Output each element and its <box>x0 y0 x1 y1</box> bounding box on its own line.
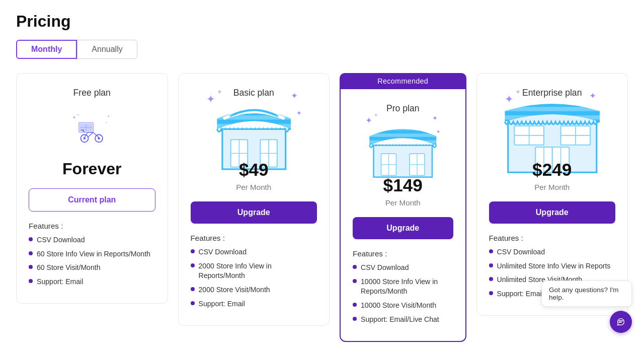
svg-text:✦: ✦ <box>505 93 514 105</box>
plan-basic-features: CSV Download 2000 Store Info View in Rep… <box>191 247 317 309</box>
plan-free-price: Forever <box>29 160 155 178</box>
list-item: CSV Download <box>353 263 453 273</box>
plan-enterprise-illustration: ✦ ✦ ✦ ✦ <box>489 106 616 152</box>
plan-basic-features-label: Features : <box>191 234 317 242</box>
svg-text:✦: ✦ <box>206 93 215 105</box>
feature-dot <box>353 279 357 283</box>
feature-dot <box>489 291 493 295</box>
svg-text:✦: ✦ <box>217 89 222 96</box>
list-item: 60 Store Visit/Month <box>29 263 155 273</box>
feature-dot <box>489 249 493 253</box>
feature-dot <box>191 249 195 253</box>
list-item: CSV Download <box>489 247 616 257</box>
svg-text:✦: ✦ <box>432 114 438 122</box>
feature-dot <box>29 251 33 255</box>
list-item: CSV Download <box>29 235 155 245</box>
svg-text:✦: ✦ <box>436 129 440 134</box>
feature-dot <box>353 317 357 321</box>
list-item: Unlimited Store Info View in Reports <box>489 261 616 271</box>
list-item: 60 Store Info View in Reports/Month <box>29 249 155 259</box>
chat-widget: Got any questions? I'm help. <box>541 281 632 333</box>
plan-free-illustration: ✦ ✦ ✦ ✦ <box>29 106 155 152</box>
svg-text:✦: ✦ <box>589 91 596 100</box>
feature-dot <box>29 237 33 241</box>
svg-text:✦: ✦ <box>296 110 301 117</box>
plan-pro-period: Per Month <box>353 198 453 207</box>
plan-free-button[interactable]: Current plan <box>29 188 155 212</box>
feature-dot <box>29 265 33 269</box>
svg-point-13 <box>84 137 86 140</box>
list-item: Support: Email <box>191 299 317 309</box>
list-item: 10000 Store Info View in Reports/Month <box>353 277 453 297</box>
list-item: 2000 Store Info View in Reports/Month <box>191 261 317 281</box>
list-item: Support: Email <box>29 277 155 287</box>
feature-dot <box>29 279 33 283</box>
plan-enterprise-features-label: Features : <box>489 234 616 242</box>
plan-pro-wrapper: Recommended Pro plan ✦ ✦ ✦ ✦ <box>340 73 466 342</box>
plan-pro-features: CSV Download 10000 Store Info View in Re… <box>353 263 453 325</box>
billing-toggle: Monthly Annually <box>16 40 628 59</box>
plan-enterprise-button[interactable]: Upgrade <box>489 201 616 224</box>
svg-text:✦: ✦ <box>77 114 79 116</box>
plan-basic-button[interactable]: Upgrade <box>191 201 317 224</box>
plan-free-name: Free plan <box>29 88 155 98</box>
list-item: CSV Download <box>191 247 317 257</box>
feature-dot <box>353 303 357 307</box>
plans-grid: Free plan ✦ ✦ ✦ ✦ <box>16 73 628 342</box>
annually-tab[interactable]: Annually <box>77 40 137 59</box>
list-item: Support: Email/Live Chat <box>353 315 453 325</box>
plan-enterprise: Enterprise plan ✦ ✦ ✦ ✦ <box>476 73 628 316</box>
chat-bubble: Got any questions? I'm help. <box>541 281 632 307</box>
svg-text:✦: ✦ <box>105 121 107 124</box>
feature-dot <box>191 301 195 305</box>
plan-free-features-label: Features : <box>29 222 155 230</box>
plan-pro-features-label: Features : <box>353 249 453 258</box>
plan-basic: Basic plan ✦ ✦ ✦ ✦ <box>178 73 330 326</box>
page-title: Pricing <box>16 12 628 31</box>
list-item: 10000 Store Visit/Month <box>353 301 453 311</box>
feature-dot <box>191 287 195 291</box>
plan-basic-illustration: ✦ ✦ ✦ ✦ <box>191 106 317 152</box>
feature-dot <box>489 263 493 267</box>
svg-text:✦: ✦ <box>515 89 521 96</box>
feature-dot <box>353 265 357 269</box>
plan-free-features: CSV Download 60 Store Info View in Repor… <box>29 235 155 287</box>
plan-pro: Pro plan ✦ ✦ ✦ ✦ <box>340 89 466 342</box>
feature-dot <box>489 277 493 281</box>
chat-button[interactable] <box>610 311 632 333</box>
plan-pro-illustration: ✦ ✦ ✦ ✦ <box>353 122 453 167</box>
plan-basic-period: Per Month <box>191 183 317 191</box>
plan-enterprise-period: Per Month <box>489 183 616 191</box>
svg-text:✦: ✦ <box>374 112 378 118</box>
plan-free: Free plan ✦ ✦ ✦ ✦ <box>16 73 168 304</box>
svg-text:✦: ✦ <box>72 115 76 120</box>
svg-text:✦: ✦ <box>107 115 110 118</box>
monthly-tab[interactable]: Monthly <box>16 40 77 59</box>
feature-dot <box>191 263 195 267</box>
plan-pro-button[interactable]: Upgrade <box>353 217 453 239</box>
recommended-badge: Recommended <box>340 73 466 89</box>
list-item: 2000 Store Visit/Month <box>191 285 317 295</box>
svg-text:✦: ✦ <box>365 116 372 125</box>
svg-point-15 <box>98 137 100 140</box>
svg-text:✦: ✦ <box>291 91 298 100</box>
